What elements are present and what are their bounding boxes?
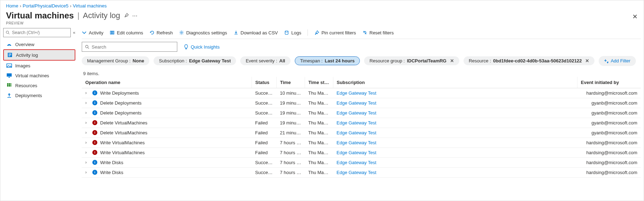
table-row[interactable]: ›!Write VirtualMachinesFailed7 hours ago… (82, 138, 641, 147)
subscription-link[interactable]: Edge Gateway Test (337, 130, 376, 135)
time-cell: 21 minutes … (276, 128, 305, 138)
column-operation-name[interactable]: Operation name (82, 77, 252, 88)
svg-rect-4 (8, 54, 11, 54)
initiated-by-cell: hardsing@microsoft.com (577, 147, 641, 157)
sidebar-item-label: Overview (15, 42, 34, 47)
operation-name: Write VirtualMachines (100, 150, 145, 155)
column-time[interactable]: Time (276, 77, 305, 88)
pin-icon (314, 30, 319, 35)
table-row[interactable]: ›!Delete VirtualMachinesFailed21 minutes… (82, 128, 641, 138)
edit-columns-button[interactable]: Edit columns (110, 30, 143, 35)
vm-icon (6, 73, 12, 78)
remove-filter-icon[interactable]: ✕ (450, 58, 454, 63)
refresh-button[interactable]: Refresh (150, 30, 173, 35)
logs-button[interactable]: Logs (284, 30, 301, 35)
filter-management-group[interactable]: Management Group : None (82, 56, 149, 65)
table-row[interactable]: ›!Write VirtualMachinesFailed7 hours ago… (82, 147, 641, 157)
sidebar-item-deployments[interactable]: Deployments (3, 90, 75, 100)
chevron-right-icon[interactable]: › (85, 170, 90, 175)
operation-name: Delete Deployments (100, 100, 142, 106)
chevron-right-icon[interactable]: › (85, 160, 90, 165)
filter-subscription[interactable]: Subscription : Edge Gateway Test (154, 56, 236, 65)
filter-resource-group[interactable]: Resource group : IDCPortalTeamRG✕ (364, 56, 459, 65)
initiated-by-cell: gyanb@microsoft.com (577, 128, 641, 138)
column-event-initiated-by[interactable]: Event initiated by (577, 77, 641, 88)
collapse-sidebar-icon[interactable]: « (73, 30, 75, 35)
chevron-right-icon[interactable]: › (85, 130, 90, 135)
subscription-link[interactable]: Edge Gateway Test (337, 90, 376, 96)
remove-filter-icon[interactable]: ✕ (585, 58, 589, 63)
breadcrumb-link[interactable]: Virtual machines (73, 3, 107, 9)
chevron-right-icon[interactable]: › (85, 150, 90, 155)
filter-label: Management Group : (87, 58, 131, 63)
filter-timespan[interactable]: Timespan : Last 24 hours (295, 56, 360, 65)
filter-value: 0bd1fdee-cd02-4d0b-53aa-50623d102122 (493, 58, 582, 63)
breadcrumb-link[interactable]: PortalPhysicalDevice5 (23, 3, 68, 9)
table-row[interactable]: ›iWrite DisksSucceeded7 hours agoThu May… (82, 167, 641, 177)
subscription-link[interactable]: Edge Gateway Test (337, 160, 376, 165)
pin-icon[interactable] (124, 13, 129, 19)
subscription-link[interactable]: Edge Gateway Test (337, 170, 376, 175)
diagnostics-settings-button[interactable]: Diagnostics settings (179, 30, 227, 35)
column-subscription[interactable]: Subscription (333, 77, 577, 88)
filter-resource[interactable]: Resource : 0bd1fdee-cd02-4d0b-53aa-50623… (464, 56, 595, 65)
subscription-link[interactable]: Edge Gateway Test (337, 110, 376, 116)
subscription-link[interactable]: Edge Gateway Test (337, 150, 376, 155)
status-cell: Succeeded (252, 98, 276, 108)
chevron-right-icon[interactable]: › (85, 100, 90, 105)
svg-rect-6 (8, 56, 10, 56)
sidebar-item-images[interactable]: Images (3, 61, 75, 71)
breadcrumb-link[interactable]: Home (6, 3, 18, 9)
chevron-right-icon[interactable]: › (85, 110, 90, 115)
filter-value: None (133, 58, 144, 63)
reset-filters-button[interactable]: Reset filters (362, 30, 394, 35)
initiated-by-cell: hardsing@microsoft.com (577, 138, 641, 147)
refresh-icon (150, 30, 155, 35)
filter-value: Last 24 hours (325, 58, 355, 63)
timestamp-cell: Thu May 27… (305, 138, 333, 147)
subscription-link[interactable]: Edge Gateway Test (337, 100, 376, 106)
chevron-right-icon[interactable]: › (85, 90, 90, 95)
columns-icon (110, 30, 115, 35)
sidebar-item-resources[interactable]: Resources (3, 80, 75, 90)
sidebar-search-field[interactable] (12, 30, 68, 35)
status-error-icon: ! (92, 140, 97, 145)
table-row[interactable]: ›iDelete DeploymentsSucceeded19 minutes … (82, 108, 641, 118)
more-icon[interactable]: ··· (132, 12, 138, 19)
close-icon[interactable]: ✕ (632, 13, 638, 21)
timestamp-cell: Thu May 27… (305, 98, 333, 108)
activity-search-input[interactable] (82, 42, 177, 52)
svg-rect-5 (8, 55, 11, 55)
sidebar-item-activity-log[interactable]: Activity log (3, 49, 75, 61)
svg-rect-9 (8, 77, 10, 78)
status-info-icon: i (92, 160, 97, 165)
subscription-link[interactable]: Edge Gateway Test (337, 140, 376, 145)
column-status[interactable]: Status (252, 77, 276, 88)
add-filter-button[interactable]: +▾ Add Filter (599, 56, 636, 66)
table-row[interactable]: ›iDelete DeploymentsSucceeded19 minutes … (82, 98, 641, 108)
filter-label: Subscription : (159, 58, 187, 63)
sidebar-item-overview[interactable]: Overview (3, 39, 75, 49)
toolbar-label: Logs (291, 30, 301, 35)
add-filter-label: Add Filter (611, 58, 631, 63)
timestamp-cell: Thu May 27… (305, 157, 333, 167)
table-row[interactable]: ›iWrite DisksSucceeded7 hours agoThu May… (82, 157, 641, 167)
column-time-stamp[interactable]: Time stamp (305, 77, 333, 88)
svg-point-21 (86, 45, 88, 48)
sidebar-search-input[interactable] (3, 28, 71, 37)
status-cell: Failed (252, 118, 276, 128)
chevron-right-icon[interactable]: › (85, 140, 90, 145)
activity-button[interactable]: Activity (82, 30, 103, 35)
filter-event-severity[interactable]: Event severity : All (240, 56, 291, 65)
table-row[interactable]: ›iWrite DeploymentsSucceeded10 minutes …… (82, 88, 641, 98)
subscription-link[interactable]: Edge Gateway Test (337, 120, 376, 125)
quick-insights-link[interactable]: Quick Insights (184, 44, 220, 50)
chevron-right-icon[interactable]: › (85, 120, 90, 125)
download-as-csv-button[interactable]: Download as CSV (234, 30, 278, 35)
pin-current-filters-button[interactable]: Pin current filters (314, 30, 356, 35)
sidebar-item-virtual-machines[interactable]: Virtual machines (3, 71, 75, 80)
table-row[interactable]: ›!Delete VirtualMachinesFailed19 minutes… (82, 118, 641, 128)
lightbulb-icon (184, 44, 189, 49)
svg-rect-13 (7, 85, 8, 86)
activity-search-field[interactable] (92, 44, 174, 50)
